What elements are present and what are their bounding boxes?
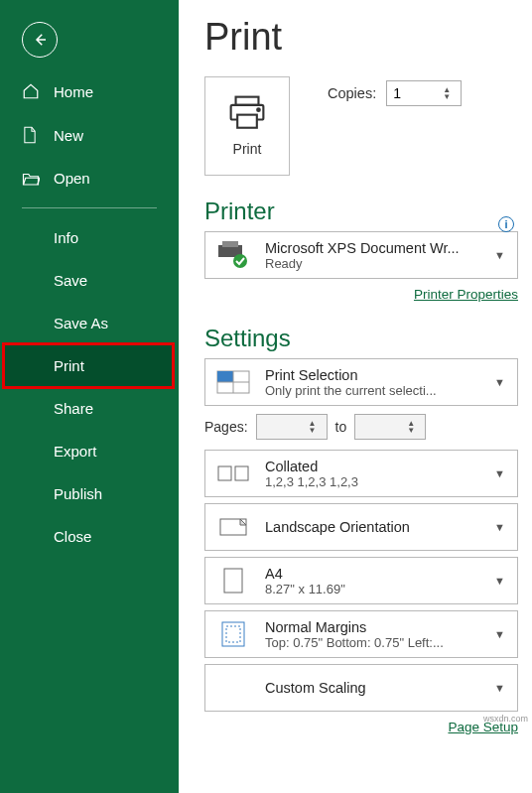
printer-heading: Printer xyxy=(204,198,518,225)
pages-to-label: to xyxy=(335,419,347,435)
copies-label: Copies: xyxy=(328,85,376,101)
pages-label: Pages: xyxy=(204,419,248,435)
home-icon xyxy=(22,82,44,100)
printer-info-icon[interactable]: i xyxy=(498,216,514,232)
chevron-down-icon: ▼ xyxy=(490,628,509,640)
page-title: Print xyxy=(204,16,518,59)
new-icon xyxy=(22,126,44,144)
pages-from-spinner[interactable]: ▲▼ xyxy=(256,414,328,440)
landscape-icon xyxy=(213,510,253,544)
paper-size-dropdown[interactable]: A4 8.27" x 11.69" ▼ xyxy=(204,557,518,604)
sidebar-item-publish[interactable]: Publish xyxy=(0,472,179,515)
spinner-down-icon[interactable]: ▼ xyxy=(443,93,457,100)
sidebar-label: Home xyxy=(54,83,93,100)
pages-to-spinner[interactable]: ▲▼ xyxy=(354,414,426,440)
pages-from-input[interactable] xyxy=(257,416,307,438)
orientation-dropdown[interactable]: Landscape Orientation ▼ xyxy=(204,503,518,551)
printer-dropdown[interactable]: Microsoft XPS Document Wr... Ready ▼ xyxy=(204,231,518,279)
scaling-icon xyxy=(213,671,253,705)
svg-rect-14 xyxy=(224,569,242,593)
printer-icon xyxy=(227,95,267,131)
spinner-down-icon[interactable]: ▼ xyxy=(309,427,323,434)
margins-dropdown[interactable]: Normal Margins Top: 0.75" Bottom: 0.75" … xyxy=(204,610,518,658)
open-icon xyxy=(22,171,44,187)
sidebar-divider xyxy=(22,207,157,208)
sidebar-label: New xyxy=(54,127,83,144)
arrow-left-icon xyxy=(31,31,49,49)
backstage-sidebar: Home New Open Info Save Save As Print Sh… xyxy=(0,0,179,793)
printer-properties-link[interactable]: Printer Properties xyxy=(414,287,518,302)
svg-rect-0 xyxy=(236,97,259,105)
printer-status-icon xyxy=(213,238,253,272)
svg-rect-8 xyxy=(217,371,233,382)
sidebar-item-home[interactable]: Home xyxy=(0,69,179,113)
copies-spinner[interactable]: ▲▼ xyxy=(386,80,462,106)
chevron-down-icon: ▼ xyxy=(490,575,509,587)
chevron-down-icon: ▼ xyxy=(490,249,509,261)
print-button[interactable]: Print xyxy=(204,76,290,176)
svg-rect-2 xyxy=(237,115,257,128)
print-panel: Print Print Copies: ▲▼ i Printer Microso… xyxy=(179,0,532,793)
printer-name: Microsoft XPS Document Wr... xyxy=(265,240,478,256)
copies-input[interactable] xyxy=(387,82,437,104)
spinner-down-icon[interactable]: ▼ xyxy=(407,427,421,434)
svg-rect-12 xyxy=(235,466,248,480)
sidebar-item-save-as[interactable]: Save As xyxy=(0,302,179,344)
svg-rect-11 xyxy=(218,466,231,480)
scaling-dropdown[interactable]: Custom Scaling ▼ xyxy=(204,664,518,712)
print-what-dropdown[interactable]: Print Selection Only print the current s… xyxy=(204,358,518,406)
printer-status: Ready xyxy=(265,256,478,271)
margins-icon xyxy=(213,617,253,651)
sidebar-item-info[interactable]: Info xyxy=(0,216,179,259)
settings-heading: Settings xyxy=(204,325,518,352)
sidebar-item-share[interactable]: Share xyxy=(0,387,179,430)
svg-rect-5 xyxy=(222,241,238,247)
sidebar-item-print[interactable]: Print xyxy=(4,344,173,387)
print-button-label: Print xyxy=(233,141,262,157)
print-selection-icon xyxy=(213,365,253,399)
chevron-down-icon: ▼ xyxy=(490,682,509,694)
collated-icon xyxy=(213,457,253,490)
svg-point-6 xyxy=(233,254,247,268)
sidebar-item-close[interactable]: Close xyxy=(0,515,179,558)
chevron-down-icon: ▼ xyxy=(490,467,509,479)
sidebar-label: Open xyxy=(54,170,90,187)
svg-point-3 xyxy=(257,108,260,111)
back-button[interactable] xyxy=(22,22,58,58)
pages-to-input[interactable] xyxy=(355,416,405,438)
chevron-down-icon: ▼ xyxy=(490,376,509,388)
sidebar-item-export[interactable]: Export xyxy=(0,430,179,472)
sidebar-item-open[interactable]: Open xyxy=(0,157,179,199)
sidebar-item-save[interactable]: Save xyxy=(0,259,179,302)
watermark: wsxdn.com xyxy=(483,714,528,724)
collate-dropdown[interactable]: Collated 1,2,3 1,2,3 1,2,3 ▼ xyxy=(204,450,518,497)
sidebar-item-new[interactable]: New xyxy=(0,113,179,157)
chevron-down-icon: ▼ xyxy=(490,521,509,533)
page-icon xyxy=(213,564,253,597)
